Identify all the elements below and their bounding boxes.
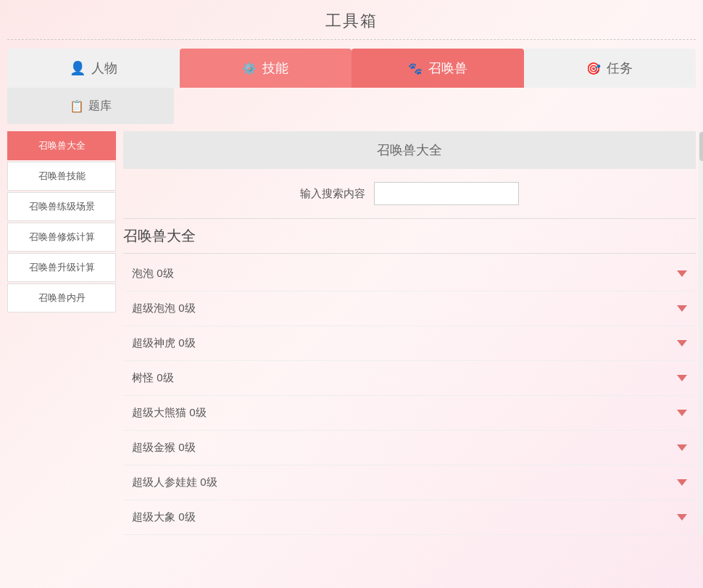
summon-list: 泡泡 0级 超级泡泡 0级 超级神虎 0级 树怪 0级 超级大熊猫 0级 (123, 257, 696, 535)
search-row: 输入搜索内容 (123, 182, 696, 205)
item-name-4: 超级大熊猫 0级 (132, 406, 207, 420)
scrollbar-track[interactable] (699, 131, 703, 535)
tab-character-label: 人物 (91, 59, 117, 77)
section-header-title: 召唤兽大全 (377, 143, 442, 157)
item-name-6: 超级人参娃娃 0级 (132, 476, 217, 489)
sidebar-summon-upgrade-label: 召唤兽升级计算 (29, 261, 95, 274)
section-header: 召唤兽大全 (123, 131, 696, 169)
tab-question-bank-label: 题库 (88, 99, 112, 114)
sidebar-summon-all-label: 召唤兽大全 (38, 139, 86, 152)
search-input[interactable] (374, 182, 519, 205)
list-item[interactable]: 超级泡泡 0级 (123, 291, 696, 326)
sidebar-summon-level-label: 召唤兽练级场景 (29, 200, 95, 213)
list-item[interactable]: 泡泡 0级 (123, 257, 696, 291)
sidebar-item-summon-upgrade[interactable]: 召唤兽升级计算 (7, 253, 116, 282)
sidebar: 召唤兽大全 召唤兽技能 召唤兽练级场景 召唤兽修炼计算 召唤兽升级计算 召唤兽内… (7, 131, 116, 535)
sidebar-summon-pill-label: 召唤兽内丹 (38, 291, 86, 305)
sidebar-summon-calc-label: 召唤兽修炼计算 (29, 231, 95, 244)
scrollbar-thumb[interactable] (699, 132, 703, 161)
main-layout: 召唤兽大全 召唤兽技能 召唤兽练级场景 召唤兽修炼计算 召唤兽升级计算 召唤兽内… (0, 124, 703, 535)
list-item[interactable]: 超级金猴 0级 (123, 431, 696, 465)
top-nav: 👤 人物 ⚙️ 技能 🐾 召唤兽 🎯 任务 (0, 40, 703, 88)
item-name-3: 树怪 0级 (132, 371, 174, 385)
tab-skill-label: 技能 (262, 59, 288, 77)
item-name-5: 超级金猴 0级 (132, 441, 196, 455)
skill-icon: ⚙️ (242, 62, 257, 75)
list-item[interactable]: 超级人参娃娃 0级 (123, 465, 696, 500)
item-name-0: 泡泡 0级 (132, 267, 174, 281)
tab-skill[interactable]: ⚙️ 技能 (180, 49, 352, 88)
content-divider (123, 218, 696, 219)
list-item[interactable]: 超级大熊猫 0级 (123, 396, 696, 431)
sidebar-summon-skill-label: 召唤兽技能 (38, 170, 86, 183)
sidebar-item-summon-skill[interactable]: 召唤兽技能 (7, 162, 116, 191)
summon-icon: 🐾 (408, 62, 423, 75)
page-title: 工具箱 (0, 0, 703, 39)
chevron-down-icon-0 (677, 270, 687, 277)
chevron-down-icon-6 (677, 479, 687, 486)
chevron-down-icon-2 (677, 340, 687, 347)
character-icon: 👤 (70, 60, 86, 76)
chevron-down-icon-1 (677, 305, 687, 312)
chevron-down-icon-3 (677, 375, 687, 381)
sidebar-item-summon-level[interactable]: 召唤兽练级场景 (7, 192, 116, 221)
list-section-title: 召唤兽大全 (123, 226, 696, 254)
question-bank-icon: 📋 (70, 99, 84, 113)
sidebar-item-summon-all[interactable]: 召唤兽大全 (7, 131, 116, 160)
tab-summon-label: 召唤兽 (428, 59, 467, 77)
item-name-1: 超级泡泡 0级 (132, 302, 196, 315)
chevron-down-icon-7 (677, 514, 687, 521)
list-item[interactable]: 树怪 0级 (123, 361, 696, 396)
tab-summon[interactable]: 🐾 召唤兽 (352, 49, 524, 88)
sidebar-item-summon-pill[interactable]: 召唤兽内丹 (7, 283, 116, 312)
chevron-down-icon-4 (677, 410, 687, 416)
tab-task[interactable]: 🎯 任务 (524, 49, 696, 88)
content-wrapper: 召唤兽大全 输入搜索内容 召唤兽大全 泡泡 0级 超级泡泡 0级 (123, 131, 696, 535)
task-icon: 🎯 (586, 62, 601, 75)
chevron-down-icon-5 (677, 444, 687, 451)
tab-character[interactable]: 👤 人物 (7, 49, 180, 88)
content-area: 召唤兽大全 输入搜索内容 召唤兽大全 泡泡 0级 超级泡泡 0级 (123, 131, 696, 535)
list-item[interactable]: 超级神虎 0级 (123, 326, 696, 361)
tab-task-label: 任务 (607, 59, 633, 77)
item-name-2: 超级神虎 0级 (132, 336, 196, 350)
list-item[interactable]: 超级大象 0级 (123, 500, 696, 535)
item-name-7: 超级大象 0级 (132, 510, 196, 524)
search-label: 输入搜索内容 (300, 187, 365, 201)
tab-question-bank[interactable]: 📋 题库 (7, 88, 174, 124)
second-nav: 📋 题库 (0, 88, 703, 124)
sidebar-item-summon-calc[interactable]: 召唤兽修炼计算 (7, 223, 116, 252)
